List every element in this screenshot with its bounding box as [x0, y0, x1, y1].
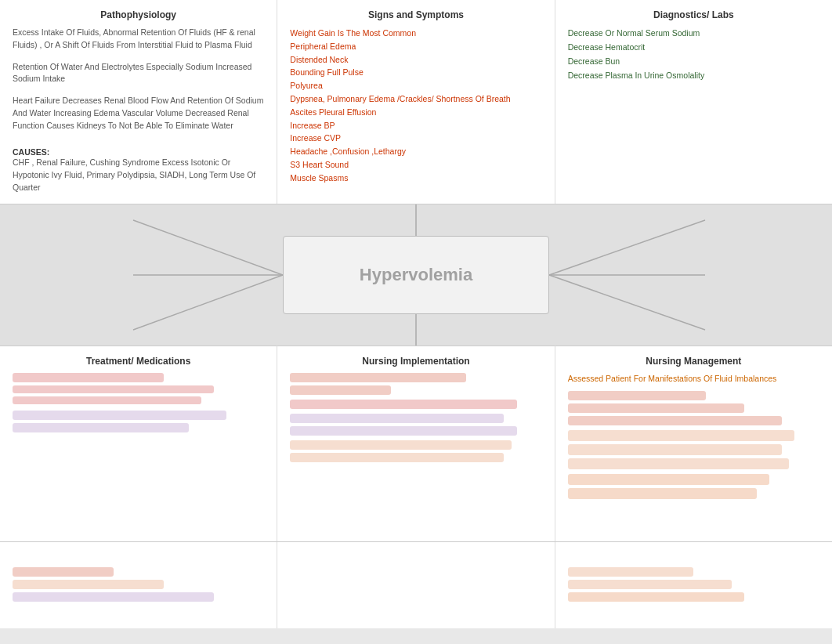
treatment-blurred-5	[13, 423, 189, 432]
causes-text: CHF , Renal Failure, Cushing Syndrome Ex…	[13, 157, 264, 194]
ni-blurred-7	[290, 453, 504, 462]
diag-item-0: Decrease Or Normal Serum Sodium	[568, 27, 819, 41]
diagnostics-list: Decrease Or Normal Serum Sodium Decrease…	[568, 27, 819, 82]
svg-line-3	[549, 220, 705, 275]
svg-line-2	[133, 275, 283, 330]
vb1-blurred-1	[13, 567, 114, 577]
symptom-item-0: Weight Gain Is The Most Common	[290, 27, 541, 40]
nm-blurred-6	[568, 458, 790, 469]
pathophysiology-text1: Excess Intake Of Fluids, Abnormal Retent…	[13, 27, 264, 52]
nm-blurred-4	[568, 430, 794, 441]
signs-symptoms-panel: Signs and Symptoms Weight Gain Is The Mo…	[277, 0, 555, 204]
diagnostics-panel: Diagnostics/ Labs Decrease Or Normal Ser…	[555, 0, 832, 204]
causes-label: CAUSES:	[13, 147, 264, 157]
ni-blurred-2	[290, 385, 391, 395]
treatment-title: Treatment/ Medications	[13, 356, 264, 367]
bottom-section: Treatment/ Medications Nursing Implement…	[0, 346, 832, 541]
treatment-blurred-2	[13, 385, 214, 393]
middle-section: Hypervolemia	[0, 204, 832, 346]
nm-blurred-8	[568, 488, 757, 499]
symptom-item-6: Ascites Pleural Effusion	[290, 106, 541, 119]
nursing-implementation-panel: Nursing Implementation	[277, 346, 555, 541]
pathophysiology-text3: Heart Failure Decreases Renal Blood Flow…	[13, 95, 264, 132]
symptom-item-5: Dypsnea, Pulmonary Edema /Crackles/ Shor…	[290, 92, 541, 106]
nursing-implementation-title: Nursing Implementation	[290, 356, 541, 367]
diagnostics-title: Diagnostics/ Labs	[568, 9, 819, 20]
symptom-item-10: S3 Heart Sound	[290, 158, 541, 172]
symptom-item-11: Muscle Spasms	[290, 172, 541, 185]
very-bottom-section	[0, 541, 832, 628]
ni-blurred-6	[290, 440, 512, 450]
nursing-management-title: Nursing Management	[568, 356, 819, 367]
treatment-blurred-3	[13, 396, 201, 404]
treatment-panel: Treatment/ Medications	[0, 346, 277, 541]
symptom-item-2: Distended Neck	[290, 53, 541, 67]
treatment-blurred-4	[13, 411, 226, 420]
pathophysiology-text2: Retention Of Water And Electrolytes Espe…	[13, 61, 264, 86]
symptom-item-1: Peripheral Edema	[290, 40, 541, 53]
ni-blurred-5	[290, 426, 516, 436]
nursing-management-panel: Nursing Management Assessed Patient For …	[555, 346, 832, 541]
top-section: Pathophysiology Excess Intake Of Fluids,…	[0, 0, 832, 204]
symptom-item-8: Increase CVP	[290, 132, 541, 145]
symptom-item-9: Headache ,Confusion ,Lethargy	[290, 145, 541, 158]
nm-blurred-3	[568, 416, 782, 425]
symptom-item-7: Increase BP	[290, 119, 541, 132]
vb3-blurred-1	[568, 567, 694, 577]
main-wrapper: Pathophysiology Excess Intake Of Fluids,…	[0, 0, 832, 644]
diag-item-1: Decrease Hematocrit	[568, 41, 819, 55]
symptom-item-3: Bounding Full Pulse	[290, 66, 541, 79]
nursing-management-assessed: Assessed Patient For Manifestations Of F…	[568, 373, 819, 385]
signs-symptoms-title: Signs and Symptoms	[290, 9, 541, 20]
svg-line-5	[549, 275, 705, 330]
diag-item-2: Decrease Bun	[568, 55, 819, 69]
vb3-blurred-2	[568, 580, 732, 589]
ni-blurred-1	[290, 373, 466, 382]
pathophysiology-panel: Pathophysiology Excess Intake Of Fluids,…	[0, 0, 277, 204]
nm-blurred-5	[568, 444, 782, 455]
very-bottom-panel-2	[277, 542, 555, 628]
ni-blurred-4	[290, 414, 504, 423]
symptom-item-4: Polyurea	[290, 79, 541, 92]
mind-map-title: Hypervolemia	[360, 265, 472, 285]
vb1-blurred-3	[13, 592, 214, 602]
svg-line-0	[133, 220, 283, 275]
diag-item-3: Decrease Plasma In Urine Osmolality	[568, 69, 819, 83]
pathophysiology-title: Pathophysiology	[13, 9, 264, 20]
treatment-blurred-1	[13, 373, 164, 382]
nm-blurred-1	[568, 391, 707, 400]
ni-blurred-3	[290, 400, 516, 409]
nm-blurred-2	[568, 403, 744, 413]
symptom-list: Weight Gain Is The Most Common Periphera…	[290, 27, 541, 185]
mind-map-center: Hypervolemia	[283, 236, 549, 314]
vb3-blurred-3	[568, 592, 744, 602]
vb1-blurred-2	[13, 580, 164, 589]
nm-blurred-7	[568, 474, 769, 485]
very-bottom-panel-3	[555, 542, 832, 628]
very-bottom-panel-1	[0, 542, 277, 628]
